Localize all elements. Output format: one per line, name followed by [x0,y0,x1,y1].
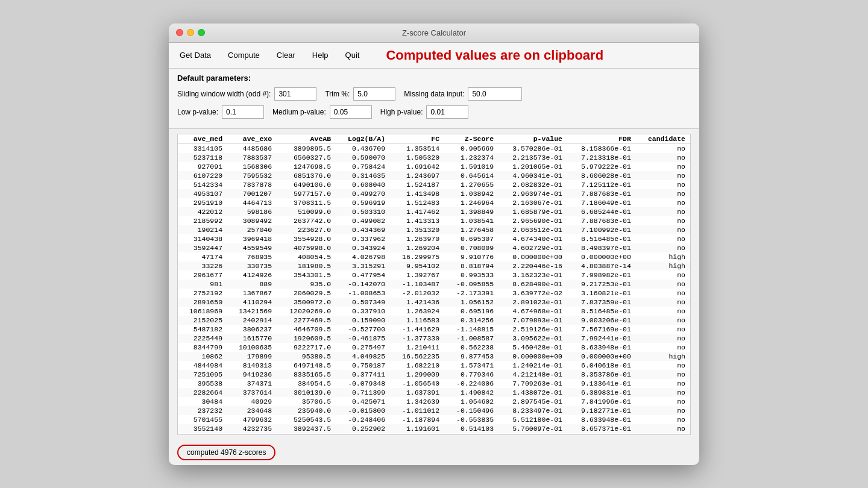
cell-7-1: 598186 [227,207,277,216]
cell-7-8: no [636,207,690,216]
cell-14-1: 4124926 [227,271,277,280]
cell-25-7: 8.353786e-01 [567,370,636,379]
cell-5-4: 1.413498 [390,189,444,198]
medium-pvalue-input[interactable] [330,105,372,119]
cell-23-3: 4.049825 [336,352,390,361]
cell-12-7: 0.000000e+00 [567,252,636,261]
table-row: 222544916157701920609.5-0.461875-1.37733… [178,334,690,343]
help-button[interactable]: Help [310,49,331,61]
maximize-button[interactable] [198,29,205,36]
cell-23-1: 179899 [227,352,277,361]
column-header-p-value: p-value [498,134,567,144]
cell-2-8: no [636,162,690,171]
cell-18-6: 4.674968e-01 [498,307,567,316]
cell-9-5: 1.276458 [444,225,498,234]
cell-21-2: 1920609.5 [277,334,336,343]
table-row: 484498481493136497148.50.7501871.6822101… [178,361,690,370]
cell-22-7: 8.633948e-01 [567,343,636,352]
trim-input[interactable] [353,87,395,101]
low-pvalue-group: Low p-value: [177,105,264,119]
cell-14-3: 0.477954 [336,271,390,280]
cell-22-1: 10100635 [227,343,277,352]
sliding-window-input[interactable] [274,87,316,101]
cell-28-2: 35706.5 [277,397,336,406]
cell-8-6: 2.965690e-01 [498,216,567,225]
table-header: ave_medave_exoAveABLog2(B/A)FCZ-Scorep-v… [178,134,690,144]
cell-20-0: 5487182 [178,325,227,334]
parameters-section: Default parameters: Sliding window width… [169,69,699,129]
cell-8-8: no [636,216,690,225]
cell-6-2: 3708311.5 [277,198,336,207]
cell-20-2: 4646709.5 [277,325,336,334]
cell-3-7: 8.606028e-01 [567,171,636,180]
cell-16-3: -1.008653 [336,289,390,298]
main-window: Z-score Calculator Get Data Compute Clea… [169,23,699,465]
cell-26-2: 384954.5 [277,379,336,388]
cell-10-8: no [636,234,690,243]
cell-17-6: 2.891023e-01 [498,298,567,307]
cell-12-4: 16.299975 [390,252,444,261]
high-pvalue-input[interactable] [426,105,468,119]
cell-2-6: 1.201065e-01 [498,162,567,171]
close-button[interactable] [176,29,183,36]
cell-22-2: 9222717.0 [277,343,336,352]
cell-6-0: 2951910 [178,198,227,207]
cell-9-3: 0.434369 [336,225,390,234]
cell-4-1: 7837878 [227,180,277,189]
missing-data-input[interactable] [468,87,522,101]
cell-1-6: 2.213573e-01 [498,153,567,162]
cell-15-7: 9.217253e-01 [567,280,636,289]
cell-3-3: 0.314635 [336,171,390,180]
cell-31-4: 1.191601 [390,424,444,433]
cell-28-7: 7.841996e-01 [567,397,636,406]
data-area[interactable]: ave_medave_exoAveABLog2(B/A)FCZ-Scorep-v… [177,134,691,435]
minimize-button[interactable] [187,29,194,36]
cell-8-7: 7.887683e-01 [567,216,636,225]
cell-14-2: 3543301.5 [277,271,336,280]
cell-25-6: 4.212148e-01 [498,370,567,379]
cell-29-6: 8.233497e-01 [498,406,567,415]
cell-3-8: no [636,171,690,180]
cell-6-3: 0.596919 [336,198,390,207]
cell-11-4: 1.269204 [390,243,444,252]
table-row: 548718238062374646709.5-0.527700-1.44162… [178,325,690,334]
cell-22-8: no [636,343,690,352]
cell-11-6: 4.602729e-01 [498,243,567,252]
cell-21-7: 7.992441e-01 [567,334,636,343]
trim-group: Trim %: [325,87,395,101]
cell-8-3: 0.499082 [336,216,390,225]
cell-13-2: 181980.5 [277,261,336,271]
cell-8-2: 2637742.0 [277,216,336,225]
table-row: 275219213678672060029.5-1.008653-2.01203… [178,289,690,298]
cell-20-4: -1.441629 [390,325,444,334]
cell-13-6: 2.220446e-16 [498,261,567,271]
cell-32-6: 2.945967e-01 [498,433,567,435]
cell-15-2: 935.0 [277,280,336,289]
cell-24-3: 0.750187 [336,361,390,370]
cell-13-3: 3.315291 [336,261,390,271]
high-pvalue-group: High p-value: [380,105,469,119]
table-row: 422012598186510099.00.5033101.4174621.39… [178,207,690,216]
cell-0-2: 3899895.5 [277,143,336,153]
cell-32-7: 7.884238e-01 [567,433,636,435]
cell-27-8: no [636,388,690,397]
compute-button[interactable]: Compute [225,49,262,61]
cell-24-1: 8149313 [227,361,277,370]
low-pvalue-input[interactable] [222,105,264,119]
cell-28-8: no [636,397,690,406]
get-data-button[interactable]: Get Data [177,49,213,61]
table-row: 295191044647133708311.50.5969191.5124831… [178,198,690,207]
cell-21-6: 3.095622e-01 [498,334,567,343]
quit-button[interactable]: Quit [343,49,362,61]
table-row: 331410544856863899895.50.4367091.3535140… [178,143,690,153]
cell-21-1: 1615770 [227,334,277,343]
clear-button[interactable]: Clear [274,49,298,61]
cell-3-1: 7595532 [227,171,277,180]
cell-11-8: no [636,243,690,252]
cell-5-1: 7001207 [227,189,277,198]
cell-13-0: 33226 [178,261,227,271]
cell-9-2: 223627.0 [277,225,336,234]
cell-15-6: 8.628490e-01 [498,280,567,289]
params-row-1: Sliding window width (odd #): Trim %: Mi… [177,87,691,101]
column-header-fc: FC [390,134,444,144]
